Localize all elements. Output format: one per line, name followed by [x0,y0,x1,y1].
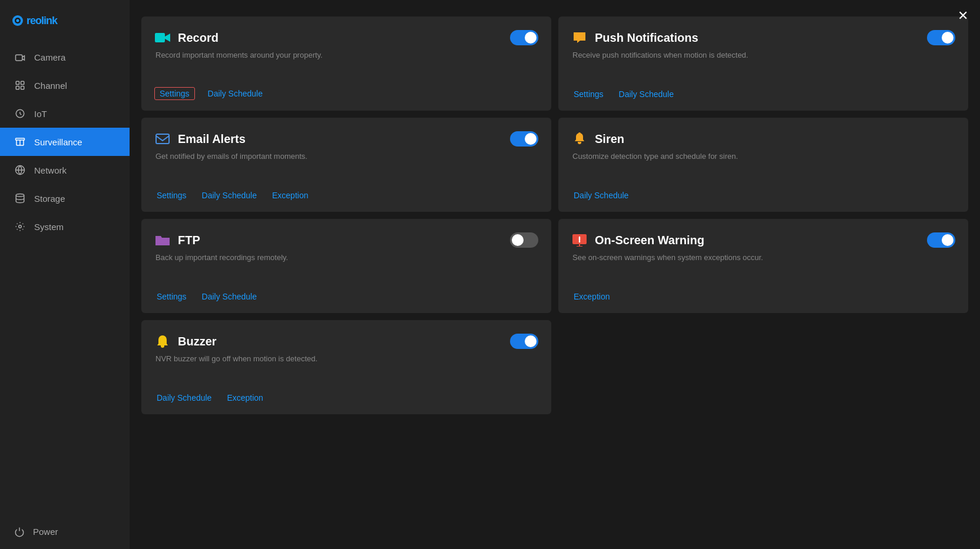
on-screen-warning-exception-link[interactable]: Exception [571,291,612,302]
bell-icon [154,333,171,350]
record-title-row: Record [154,29,218,46]
siren-title: Siren [595,132,624,146]
svg-rect-5 [16,81,19,84]
record-daily-schedule-link[interactable]: Daily Schedule [206,88,265,99]
email-alerts-toggle[interactable] [510,131,538,147]
ftp-daily-schedule-link[interactable]: Daily Schedule [200,291,259,302]
push-notifications-title-row: Push Notifications [571,29,698,46]
push-notifications-card: Push Notifications Receive push notifica… [558,16,968,111]
bell-alert-icon [571,131,588,147]
email-alerts-exception-link[interactable]: Exception [270,189,310,201]
on-screen-warning-card: On-Screen Warning See on-screen warnings… [558,219,968,313]
ftp-title: FTP [178,234,200,247]
buzzer-toggle[interactable] [510,334,538,349]
video-icon [154,29,171,46]
system-icon [14,221,26,232]
siren-daily-schedule-link[interactable]: Daily Schedule [571,189,631,201]
email-alerts-card: Email Alerts Get notified by emails of i… [141,118,551,212]
record-title: Record [178,31,218,45]
warning-screen-icon [571,232,588,248]
sidebar-item-storage[interactable]: Storage [0,184,130,212]
surveillance-icon [14,136,26,148]
sidebar-item-network[interactable]: Network [0,156,130,184]
record-desc: Record important moments around your pro… [154,51,538,59]
svg-rect-7 [16,86,19,89]
push-notifications-title: Push Notifications [595,31,698,45]
push-notifications-settings-link[interactable]: Settings [571,88,606,100]
sidebar-item-system[interactable]: System [0,212,130,241]
on-screen-warning-actions: Exception [571,291,955,302]
on-screen-warning-toggle[interactable] [927,232,955,248]
on-screen-warning-header: On-Screen Warning [571,232,955,248]
on-screen-warning-title-row: On-Screen Warning [571,232,704,248]
sidebar-item-surveillance-label: Surveillance [34,137,82,147]
app-logo: reolink [12,11,77,30]
close-button[interactable]: ✕ [958,8,968,24]
svg-rect-4 [16,55,22,61]
sidebar-item-channel-label: Channel [34,81,67,91]
email-alerts-desc: Get notified by emails of important mome… [154,152,538,161]
buzzer-actions: Daily Schedule Exception [154,392,538,404]
push-notifications-toggle[interactable] [927,30,955,45]
sidebar: reolink Camera [0,0,130,549]
email-icon [154,131,171,147]
sidebar-item-channel[interactable]: Channel [0,71,130,99]
push-notifications-desc: Receive push notifications when motion i… [571,51,955,59]
sidebar-item-network-label: Network [34,165,67,175]
svg-text:reolink: reolink [27,15,58,26]
sidebar-item-camera[interactable]: Camera [0,43,130,71]
svg-rect-14 [155,33,165,42]
ftp-header: FTP [154,232,538,248]
svg-point-16 [578,132,581,135]
network-icon [14,164,26,176]
siren-header: Siren [571,131,955,147]
main-content: ✕ Record Record imp [130,0,980,549]
sidebar-item-system-label: System [34,222,64,232]
svg-point-12 [16,194,24,197]
sidebar-item-iot-label: IoT [34,109,47,119]
record-settings-link[interactable]: Settings [154,87,195,100]
sidebar-item-iot[interactable]: IoT [0,99,130,128]
sidebar-item-surveillance[interactable]: Surveillance [0,128,130,156]
ftp-desc: Back up important recordings remotely. [154,253,538,262]
svg-rect-6 [21,81,24,84]
email-alerts-actions: Settings Daily Schedule Exception [154,189,538,201]
ftp-title-row: FTP [154,232,200,248]
folder-icon [154,232,171,248]
iot-icon [14,108,26,119]
email-alerts-header: Email Alerts [154,131,538,147]
email-alerts-settings-link[interactable]: Settings [154,189,189,201]
push-notifications-header: Push Notifications [571,29,955,46]
svg-point-13 [19,225,22,228]
on-screen-warning-title: On-Screen Warning [595,234,704,247]
buzzer-exception-link[interactable]: Exception [224,392,265,404]
email-alerts-daily-schedule-link[interactable]: Daily Schedule [200,189,259,201]
on-screen-warning-desc: See on-screen warnings when system excep… [571,253,955,262]
record-card: Record Record important moments around y… [141,16,551,111]
buzzer-daily-schedule-link[interactable]: Daily Schedule [154,392,214,404]
email-alerts-title: Email Alerts [178,132,246,146]
cards-grid: Record Record important moments around y… [141,16,968,414]
buzzer-card: Buzzer NVR buzzer will go off when motio… [141,320,551,414]
siren-actions: Daily Schedule [571,189,955,201]
power-label: Power [33,527,58,537]
svg-rect-15 [156,134,169,144]
buzzer-desc: NVR buzzer will go off when motion is de… [154,354,538,363]
ftp-settings-link[interactable]: Settings [154,291,189,302]
ftp-card: FTP Back up important recordings remotel… [141,219,551,313]
push-notifications-daily-schedule-link[interactable]: Daily Schedule [617,88,676,100]
storage-icon [14,192,26,204]
push-notifications-actions: Settings Daily Schedule [571,88,955,100]
power-button[interactable]: Power [0,514,130,549]
buzzer-title-row: Buzzer [154,333,217,350]
ftp-actions: Settings Daily Schedule [154,291,538,302]
ftp-toggle[interactable] [510,232,538,248]
record-actions: Settings Daily Schedule [154,87,538,100]
svg-point-2 [16,19,19,22]
record-card-header: Record [154,29,538,46]
chat-icon [571,29,588,46]
record-toggle[interactable] [510,30,538,45]
siren-desc: Customize detection type and schedule fo… [571,152,955,161]
logo: reolink [0,0,130,43]
svg-rect-9 [16,138,25,140]
